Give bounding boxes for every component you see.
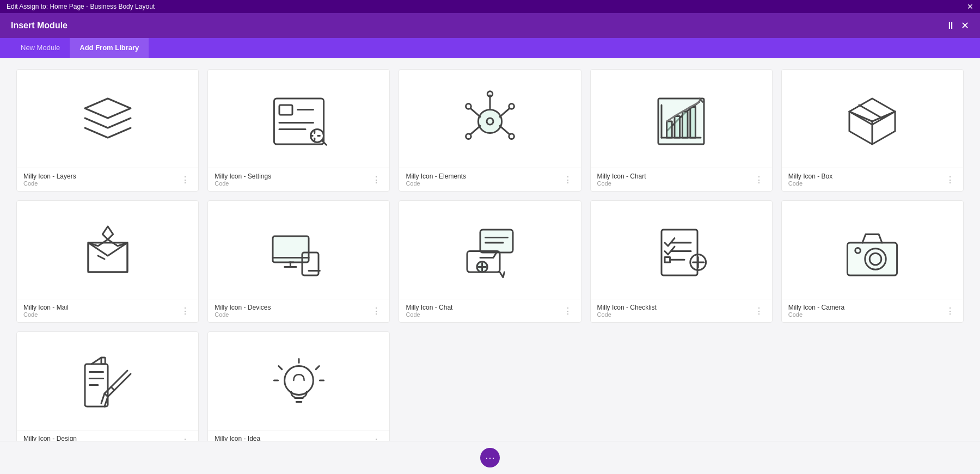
svg-rect-27 [667,121,672,138]
card-layers[interactable]: Milly Icon - Layers Code ⋮ [16,69,199,192]
card-menu-chat[interactable]: ⋮ [561,305,574,317]
card-name-chart: Milly Icon - Chart [597,173,646,180]
card-icon-area-layers [17,70,198,168]
card-name-layers: Milly Icon - Layers [23,173,76,180]
card-menu-layers[interactable]: ⋮ [179,174,192,186]
bottom-bar: ⋯ [0,441,980,474]
modal-header: Insert Module ⏸ ✕ [0,13,980,38]
card-devices[interactable]: Milly Icon - Devices Code ⋮ [207,200,390,323]
card-menu-design[interactable]: ⋮ [179,436,192,441]
svg-line-18 [500,126,510,134]
card-idea[interactable]: Milly Icon - Idea Code ⋮ [207,331,390,441]
card-icon-area-chart [591,70,772,168]
svg-point-12 [478,109,501,133]
card-footer-chart: Milly Icon - Chart Code ⋮ [591,168,772,191]
svg-rect-2 [279,105,292,115]
content-area[interactable]: Milly Icon - Layers Code ⋮ Milly Icon - … [0,58,980,441]
card-name-design: Milly Icon - Design [23,435,77,441]
card-name-elements: Milly Icon - Elements [406,173,466,180]
card-info-chart: Milly Icon - Chart Code [597,173,646,187]
pause-icon[interactable]: ⏸ [946,20,955,32]
modal-title: Insert Module [11,21,68,30]
card-camera[interactable]: Milly Icon - Camera Code ⋮ [781,200,964,323]
card-info-elements: Milly Icon - Elements Code [406,173,466,187]
card-settings[interactable]: Milly Icon - Settings Code ⋮ [207,69,390,192]
card-footer-idea: Milly Icon - Idea Code ⋮ [208,430,389,441]
card-type-layers: Code [23,180,76,187]
svg-point-21 [466,134,471,139]
card-icon-area-idea [208,332,389,430]
card-name-settings: Milly Icon - Settings [215,173,271,180]
svg-line-16 [500,108,510,117]
modal: Insert Module ⏸ ✕ New Module Add From Li… [0,13,980,474]
svg-point-19 [509,134,514,139]
svg-marker-36 [102,226,113,239]
card-menu-checklist[interactable]: ⋮ [752,305,765,317]
card-menu-idea[interactable]: ⋮ [370,436,383,441]
card-info-devices: Milly Icon - Devices Code [215,304,271,318]
svg-rect-30 [690,107,696,138]
card-elements[interactable]: Milly Icon - Elements Code ⋮ [399,69,581,192]
svg-point-23 [466,104,471,109]
card-info-settings: Milly Icon - Settings Code [215,173,271,187]
card-type-chart: Code [597,180,646,187]
svg-line-72 [101,393,105,403]
card-icon-area-camera [782,201,963,299]
svg-rect-29 [683,112,688,138]
tabs-bar: New Module Add From Library [0,38,980,58]
card-type-elements: Code [406,180,466,187]
title-bar: Edit Assign to: Home Page - Business Bod… [0,0,980,13]
tab-add-from-library[interactable]: Add From Library [70,38,149,58]
card-footer-camera: Milly Icon - Camera Code ⋮ [782,299,963,322]
card-menu-chart[interactable]: ⋮ [752,174,765,186]
svg-line-33 [859,105,882,118]
card-name-mail: Milly Icon - Mail [23,304,69,311]
svg-rect-59 [848,243,897,275]
svg-line-35 [98,256,105,259]
svg-line-20 [470,126,480,134]
card-type-box: Code [788,180,832,187]
card-footer-elements: Milly Icon - Elements Code ⋮ [399,168,580,191]
card-info-idea: Milly Icon - Idea Code [215,435,260,441]
tab-new-module[interactable]: New Module [11,38,70,58]
svg-point-15 [487,91,493,97]
module-grid: Milly Icon - Layers Code ⋮ Milly Icon - … [16,69,964,441]
card-box[interactable]: Milly Icon - Box Code ⋮ [781,69,964,192]
card-info-mail: Milly Icon - Mail Code [23,304,69,318]
card-menu-elements[interactable]: ⋮ [561,174,574,186]
card-footer-checklist: Milly Icon - Checklist Code ⋮ [591,299,772,322]
card-chat[interactable]: Milly Icon - Chat Code ⋮ [399,200,581,323]
card-footer-layers: Milly Icon - Layers Code ⋮ [17,168,198,191]
card-menu-mail[interactable]: ⋮ [179,305,192,317]
card-footer-box: Milly Icon - Box Code ⋮ [782,168,963,191]
card-info-checklist: Milly Icon - Checklist Code [597,304,657,318]
more-button[interactable]: ⋯ [480,448,500,467]
card-mail[interactable]: Milly Icon - Mail Code ⋮ [16,200,199,323]
title-bar-text: Edit Assign to: Home Page - Business Bod… [7,3,155,10]
title-bar-close[interactable]: ✕ [967,2,973,11]
card-icon-area-devices [208,201,389,299]
card-checklist[interactable]: Milly Icon - Checklist Code ⋮ [590,200,773,323]
card-info-design: Milly Icon - Design Code [23,435,77,441]
card-type-mail: Code [23,311,69,318]
card-type-checklist: Code [597,311,657,318]
svg-point-17 [509,104,514,109]
modal-close-icon[interactable]: ✕ [961,20,969,32]
card-menu-settings[interactable]: ⋮ [370,174,383,186]
card-type-devices: Code [215,311,271,318]
card-name-box: Milly Icon - Box [788,173,832,180]
card-chart[interactable]: Milly Icon - Chart Code ⋮ [590,69,773,192]
svg-line-67 [91,358,101,364]
card-info-layers: Milly Icon - Layers Code [23,173,76,187]
card-icon-area-settings [208,70,389,168]
card-type-camera: Code [788,311,844,318]
card-menu-box[interactable]: ⋮ [944,174,957,186]
card-icon-area-elements [399,70,580,168]
card-footer-design: Milly Icon - Design Code ⋮ [17,430,198,441]
card-info-camera: Milly Icon - Camera Code [788,304,844,318]
svg-rect-55 [665,257,670,262]
card-menu-camera[interactable]: ⋮ [944,305,957,317]
card-menu-devices[interactable]: ⋮ [370,305,383,317]
card-design[interactable]: Milly Icon - Design Code ⋮ [16,331,199,441]
card-type-chat: Code [406,311,452,318]
